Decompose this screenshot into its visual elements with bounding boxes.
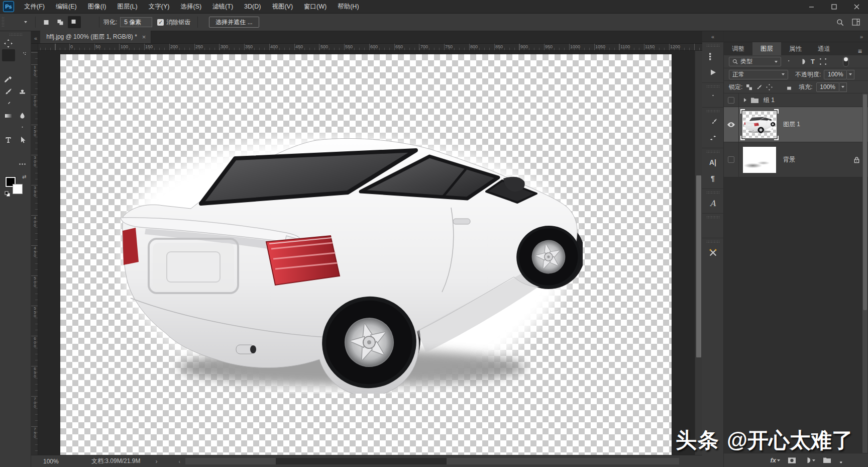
frame-tool[interactable] [16,61,29,73]
paragraph-panel-icon[interactable]: ¶ [704,170,721,186]
opacity-chevron[interactable] [847,70,854,79]
delete-layer-icon[interactable] [854,456,861,464]
group-expand-chevron[interactable] [744,98,746,102]
lock-position-icon[interactable] [766,84,773,90]
lock-transparency-icon[interactable] [746,84,752,90]
move-tool[interactable] [2,37,15,49]
layer-row-background[interactable]: 背景 [724,142,868,177]
layer-thumbnail[interactable] [743,112,776,138]
link-layers-icon[interactable] [753,457,763,463]
pen-tool[interactable] [16,122,29,134]
filter-smart-objects-icon[interactable] [831,58,838,65]
feather-input[interactable]: 5 像素 [120,17,152,27]
layer-filter-toggle[interactable] [843,56,849,67]
horizontal-scrollbar-thumb[interactable] [276,458,447,464]
minimize-button[interactable] [800,0,823,14]
maximize-button[interactable] [823,0,845,14]
vertical-scrollbar-thumb[interactable] [696,175,701,357]
vertical-ruler[interactable]: 1 5 02 0 02 5 03 0 03 5 04 0 04 5 05 0 0… [31,51,38,455]
3d-panel-icon[interactable] [704,220,721,236]
rectangular-marquee-tool[interactable] [16,37,29,49]
brush-settings-panel-icon[interactable] [704,114,721,130]
hand-tool[interactable] [16,146,29,158]
panel-scrollbar-thumb[interactable] [863,95,867,310]
new-adjustment-layer-icon[interactable] [804,456,815,464]
quick-mask-button[interactable] [9,203,22,215]
layer-style-fx-icon[interactable]: fx [770,456,780,464]
eye-icon[interactable] [727,122,735,128]
filter-type-layers-icon[interactable]: T [811,58,815,65]
horizontal-scrollbar[interactable] [185,458,679,464]
tab-properties[interactable]: 属性 [781,42,810,55]
lock-all-icon[interactable] [786,84,792,90]
ruler-origin-box[interactable] [31,44,38,51]
antialias-checkbox[interactable]: ✓ [157,19,164,26]
vertical-scrollbar[interactable] [695,51,702,455]
document-tab[interactable]: hffj.jpg @ 100% (图层 1, RGB/8) * × [40,31,151,43]
spot-healing-tool[interactable] [16,73,29,85]
horizontal-ruler[interactable]: 0501001502002503003504004505005506006507… [38,44,702,51]
menu-item-6[interactable]: 选择(S) [175,0,207,14]
expand-strip-button[interactable]: « [702,31,723,42]
menu-item-4[interactable]: 图层(L) [112,0,143,14]
addons-panel-icon[interactable] [704,244,721,260]
swap-colors-icon[interactable]: ⇄ [22,174,26,179]
opacity-value-field[interactable]: 100% [824,70,847,79]
eyedropper-tool[interactable] [2,73,15,85]
menu-item-8[interactable]: 3D(D) [239,0,266,14]
tab-overflow-chevrons[interactable]: « [31,35,40,43]
menu-item-10[interactable]: 窗口(W) [298,0,332,14]
filter-pixel-layers-icon[interactable] [786,58,794,65]
blur-tool[interactable] [16,110,29,122]
visibility-toggle[interactable] [728,97,734,104]
tab-adjustments[interactable]: 调整 [724,42,752,55]
zoom-tool[interactable] [2,158,15,170]
layer-thumbnail[interactable] [743,147,776,173]
lasso-tool[interactable] [2,49,15,61]
intersect-selection-button[interactable] [82,16,95,28]
type-tool[interactable] [2,134,15,146]
blend-mode-dropdown[interactable]: 正常 [729,70,788,79]
close-button[interactable] [845,0,868,14]
menu-item-1[interactable]: 文件(F) [19,0,50,14]
custom-shape-tool[interactable] [2,146,15,158]
new-selection-button[interactable] [40,16,53,28]
select-and-mask-button[interactable]: 选择并遮住 ... [209,17,259,28]
workspace-switcher-icon[interactable] [852,19,860,26]
status-popup-chevron[interactable]: › [155,458,157,465]
menu-item-9[interactable]: 视图(V) [266,0,298,14]
scroll-left-arrow[interactable]: ‹ [178,458,180,464]
screen-mode-button[interactable] [9,219,22,231]
eraser-tool[interactable] [16,98,29,110]
zoom-level-field[interactable]: 100% [43,458,73,465]
brush-tool[interactable] [2,85,15,98]
visibility-toggle[interactable] [728,156,734,163]
canvas-transparent-area[interactable] [60,54,672,455]
glyphs-panel-icon[interactable]: A [704,195,721,211]
gradient-tool[interactable] [2,110,15,122]
search-icon[interactable] [836,19,844,26]
layer-filter-type-dropdown[interactable]: 类型 [729,57,781,66]
add-layer-mask-icon[interactable] [788,457,796,464]
path-selection-tool[interactable] [16,134,29,146]
crop-tool[interactable] [2,61,15,73]
quick-selection-tool[interactable] [16,49,29,61]
tab-close-icon[interactable]: × [142,33,146,41]
add-to-selection-button[interactable] [54,16,67,28]
background-color-swatch[interactable] [13,184,23,194]
filter-adjustment-layers-icon[interactable] [799,58,806,65]
history-panel-icon[interactable] [704,48,721,64]
lock-pixels-icon[interactable] [756,84,763,90]
dodge-tool[interactable] [2,122,15,134]
lock-artboard-icon[interactable] [776,84,783,90]
new-group-icon[interactable] [823,457,831,463]
menu-item-2[interactable]: 编辑(E) [50,0,82,14]
menu-item-7[interactable]: 滤镜(T) [207,0,239,14]
info-panel-icon[interactable] [704,89,721,105]
menu-item-5[interactable]: 文字(Y) [143,0,175,14]
brushes-panel-icon[interactable] [704,130,721,146]
fill-value-field[interactable]: 100% [816,82,839,92]
character-panel-icon[interactable]: A| [704,154,721,170]
edit-toolbar-button[interactable] [16,158,29,170]
new-layer-icon[interactable] [839,456,846,464]
